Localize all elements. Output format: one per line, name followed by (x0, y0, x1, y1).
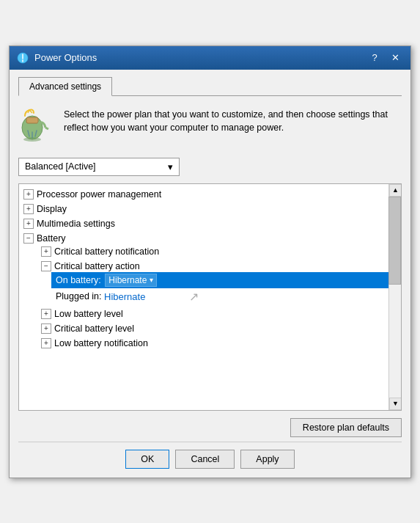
on-battery-dropdown[interactable]: Hibernate ▾ (105, 274, 157, 287)
tab-label: Advanced settings (29, 81, 101, 92)
on-battery-label: On battery: (56, 275, 103, 285)
plan-dropdown[interactable]: Balanced [Active] ▾ (18, 158, 180, 176)
critical-notif-label: Critical battery notification (54, 246, 159, 257)
expand-processor-icon[interactable]: + (23, 189, 34, 200)
tree-row-on-battery[interactable]: On battery: Hibernate ▾ (51, 272, 388, 288)
expand-critical-action-icon[interactable]: − (41, 261, 51, 271)
tree-row-critical-action[interactable]: − Critical battery action (37, 260, 388, 272)
tree-item-critical-action: − Critical battery action On battery: Hi… (37, 259, 388, 307)
svg-line-3 (45, 128, 48, 129)
tree-item-critical-notif: + Critical battery notification (37, 244, 388, 259)
plugged-in-label: Plugged in: (56, 291, 104, 301)
svg-rect-2 (26, 117, 38, 123)
scrollbar-track[interactable]: ▲ ▼ (388, 184, 401, 410)
tree-row-battery[interactable]: − Battery (19, 233, 388, 244)
plugged-in-value: Hibernate (104, 291, 145, 302)
settings-list-container: + Processor power management + Display + (18, 183, 402, 411)
ok-button[interactable]: OK (125, 450, 169, 469)
tree-item-low-battery-level: + Low battery level (37, 307, 388, 321)
plan-dropdown-row: Balanced [Active] ▾ (18, 158, 402, 176)
tree-row-processor[interactable]: + Processor power management (19, 189, 388, 200)
low-battery-notif-label: Low battery notification (54, 338, 148, 348)
cancel-button[interactable]: Cancel (175, 450, 235, 469)
power-icon (18, 108, 55, 145)
dropdown-arrow-icon: ▾ (168, 161, 173, 172)
title-controls: ? ✕ (365, 51, 405, 65)
expand-low-battery-level-icon[interactable]: + (41, 309, 51, 319)
bottom-buttons: OK Cancel Apply (18, 450, 402, 469)
tree-row-plugged-in[interactable]: Plugged in: Hibernate ↗ (51, 288, 388, 305)
low-battery-level-label: Low battery level (54, 309, 123, 319)
scrollbar-thumb[interactable] (388, 197, 401, 285)
display-label: Display (37, 204, 67, 214)
scrollbar-down-button[interactable]: ▼ (389, 398, 402, 410)
expand-display-icon[interactable]: + (23, 204, 34, 214)
plan-dropdown-value: Balanced [Active] (25, 161, 96, 172)
tab-advanced-settings[interactable]: Advanced settings (18, 77, 112, 96)
power-options-window: Power Options ? ✕ Advanced settings (9, 45, 411, 478)
description-text: Select the power plan that you want to c… (64, 108, 402, 136)
critical-action-children: On battery: Hibernate ▾ Plugged in: (37, 272, 388, 305)
tree-row-multimedia[interactable]: + Multimedia settings (19, 218, 388, 230)
tree-item-battery: − Battery + Critical battery notificatio… (19, 231, 388, 352)
restore-btn-row: Restore plan defaults (18, 418, 402, 442)
tree-row-display[interactable]: + Display (19, 203, 388, 215)
cursor-icon: ↗ (189, 290, 199, 304)
tree-row-low-battery-notif[interactable]: + Low battery notification (37, 337, 388, 349)
multimedia-label: Multimedia settings (37, 219, 115, 229)
restore-plan-defaults-button[interactable]: Restore plan defaults (290, 418, 402, 437)
scrollbar-up-button[interactable]: ▲ (389, 184, 402, 197)
apply-button[interactable]: Apply (240, 450, 294, 469)
critical-action-label: Critical battery action (54, 261, 140, 271)
help-button[interactable]: ? (365, 51, 384, 65)
tab-bar: Advanced settings (18, 77, 402, 96)
on-battery-value: Hibernate (108, 275, 147, 285)
tree-item-display: + Display (19, 202, 388, 216)
battery-label: Battery (37, 233, 66, 244)
tree-item-processor: + Processor power management (19, 187, 388, 202)
title-bar: Power Options ? ✕ (10, 46, 410, 70)
window-content: Advanced settings Select the power plan (10, 70, 410, 478)
window-title: Power Options (34, 52, 365, 63)
critical-battery-level-label: Critical battery level (54, 323, 134, 334)
on-battery-arrow-icon: ▾ (150, 276, 153, 284)
tree-item-critical-battery-level: + Critical battery level (37, 321, 388, 336)
tree-row-critical-battery-level[interactable]: + Critical battery level (37, 323, 388, 334)
expand-critical-notif-icon[interactable]: + (41, 246, 51, 257)
expand-multimedia-icon[interactable]: + (23, 219, 34, 229)
tree-row-critical-notif[interactable]: + Critical battery notification (37, 246, 388, 257)
expand-critical-battery-level-icon[interactable]: + (41, 323, 51, 334)
description-area: Select the power plan that you want to c… (18, 105, 402, 147)
close-button[interactable]: ✕ (386, 51, 405, 65)
tree-item-low-battery-notif: + Low battery notification (37, 336, 388, 351)
tree-row-low-battery-level[interactable]: + Low battery level (37, 308, 388, 320)
expand-low-battery-notif-icon[interactable]: + (41, 338, 51, 348)
settings-list: + Processor power management + Display + (19, 184, 388, 355)
expand-battery-icon[interactable]: − (23, 233, 34, 244)
window-icon (15, 51, 30, 65)
processor-label: Processor power management (37, 189, 161, 200)
battery-children: + Critical battery notification − Critic… (19, 244, 388, 351)
tree-item-multimedia: + Multimedia settings (19, 216, 388, 231)
